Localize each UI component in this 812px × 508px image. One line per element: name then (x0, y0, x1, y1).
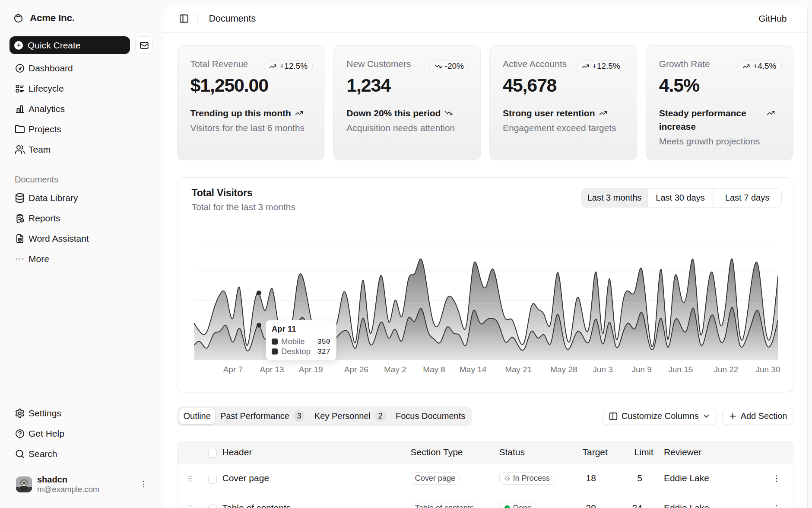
svg-text:Apr 7: Apr 7 (223, 365, 242, 374)
svg-text:May 21: May 21 (505, 365, 532, 374)
svg-text:May 14: May 14 (460, 365, 487, 374)
svg-text:Jun 15: Jun 15 (668, 365, 693, 374)
svg-text:Jun 30: Jun 30 (755, 365, 780, 374)
svg-text:May 2: May 2 (384, 365, 406, 374)
svg-text:Apr 26: Apr 26 (344, 365, 368, 374)
svg-text:Jun 3: Jun 3 (593, 365, 612, 374)
svg-text:Apr 13: Apr 13 (260, 365, 284, 374)
svg-text:Jun 9: Jun 9 (631, 365, 651, 374)
svg-text:May 8: May 8 (423, 365, 445, 374)
svg-text:Apr 19: Apr 19 (298, 365, 323, 374)
svg-text:May 28: May 28 (550, 365, 577, 374)
svg-text:Jun 22: Jun 22 (714, 365, 738, 374)
